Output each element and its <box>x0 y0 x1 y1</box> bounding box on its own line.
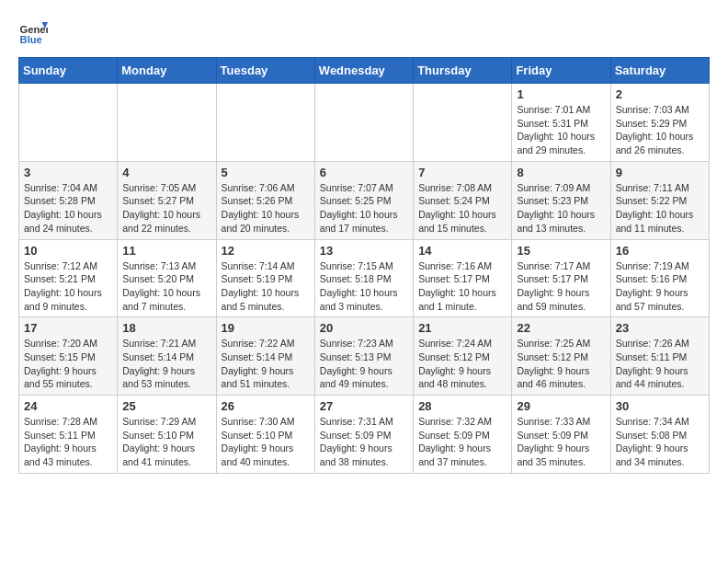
day-info: Sunrise: 7:08 AM Sunset: 5:24 PM Dayligh… <box>418 181 506 236</box>
calendar-body: 1Sunrise: 7:01 AM Sunset: 5:31 PM Daylig… <box>19 84 710 474</box>
week-row-1: 1Sunrise: 7:01 AM Sunset: 5:31 PM Daylig… <box>19 84 710 162</box>
day-number: 28 <box>418 399 506 413</box>
day-cell: 19Sunrise: 7:22 AM Sunset: 5:14 PM Dayli… <box>216 317 314 396</box>
day-cell: 6Sunrise: 7:07 AM Sunset: 5:25 PM Daylig… <box>314 161 413 239</box>
day-cell: 9Sunrise: 7:11 AM Sunset: 5:22 PM Daylig… <box>610 161 709 239</box>
day-number: 27 <box>320 399 408 413</box>
day-cell: 7Sunrise: 7:08 AM Sunset: 5:24 PM Daylig… <box>414 161 512 239</box>
header-day-tuesday: Tuesday <box>216 58 314 84</box>
day-info: Sunrise: 7:16 AM Sunset: 5:17 PM Dayligh… <box>418 259 506 314</box>
calendar-table: SundayMondayTuesdayWednesdayThursdayFrid… <box>18 57 710 474</box>
logo-icon: General Blue <box>18 18 48 48</box>
day-info: Sunrise: 7:01 AM Sunset: 5:31 PM Dayligh… <box>517 103 605 157</box>
day-cell: 13Sunrise: 7:15 AM Sunset: 5:18 PM Dayli… <box>314 239 413 317</box>
day-info: Sunrise: 7:22 AM Sunset: 5:14 PM Dayligh… <box>222 337 310 391</box>
day-info: Sunrise: 7:24 AM Sunset: 5:12 PM Dayligh… <box>418 337 506 391</box>
day-cell: 21Sunrise: 7:24 AM Sunset: 5:12 PM Dayli… <box>414 317 512 396</box>
day-number: 14 <box>418 244 506 258</box>
day-number: 20 <box>320 321 408 335</box>
day-info: Sunrise: 7:34 AM Sunset: 5:08 PM Dayligh… <box>616 415 704 469</box>
day-cell: 3Sunrise: 7:04 AM Sunset: 5:28 PM Daylig… <box>19 161 118 239</box>
day-cell: 15Sunrise: 7:17 AM Sunset: 5:17 PM Dayli… <box>512 239 610 317</box>
day-number: 18 <box>122 321 210 335</box>
day-number: 13 <box>320 244 408 258</box>
day-cell: 28Sunrise: 7:32 AM Sunset: 5:09 PM Dayli… <box>414 396 512 474</box>
day-info: Sunrise: 7:21 AM Sunset: 5:14 PM Dayligh… <box>122 337 210 391</box>
day-info: Sunrise: 7:04 AM Sunset: 5:28 PM Dayligh… <box>24 181 112 236</box>
day-info: Sunrise: 7:30 AM Sunset: 5:10 PM Dayligh… <box>222 415 310 469</box>
day-cell: 27Sunrise: 7:31 AM Sunset: 5:09 PM Dayli… <box>314 396 413 474</box>
header-row: SundayMondayTuesdayWednesdayThursdayFrid… <box>19 58 710 84</box>
day-cell: 23Sunrise: 7:26 AM Sunset: 5:11 PM Dayli… <box>610 317 709 396</box>
day-number: 3 <box>24 166 112 179</box>
day-info: Sunrise: 7:15 AM Sunset: 5:18 PM Dayligh… <box>320 259 408 314</box>
day-cell: 14Sunrise: 7:16 AM Sunset: 5:17 PM Dayli… <box>414 239 512 317</box>
day-cell: 26Sunrise: 7:30 AM Sunset: 5:10 PM Dayli… <box>216 396 314 474</box>
day-info: Sunrise: 7:06 AM Sunset: 5:26 PM Dayligh… <box>222 181 310 236</box>
day-number: 30 <box>616 399 704 413</box>
day-number: 5 <box>222 166 310 179</box>
svg-text:Blue: Blue <box>20 34 42 45</box>
header-day-friday: Friday <box>512 58 610 84</box>
day-info: Sunrise: 7:26 AM Sunset: 5:11 PM Dayligh… <box>616 337 704 391</box>
day-cell: 29Sunrise: 7:33 AM Sunset: 5:09 PM Dayli… <box>512 396 610 474</box>
day-info: Sunrise: 7:25 AM Sunset: 5:12 PM Dayligh… <box>517 337 605 391</box>
day-number: 11 <box>122 244 210 258</box>
day-number: 15 <box>517 244 605 258</box>
day-cell: 10Sunrise: 7:12 AM Sunset: 5:21 PM Dayli… <box>19 239 118 317</box>
day-cell <box>216 84 314 162</box>
day-info: Sunrise: 7:09 AM Sunset: 5:23 PM Dayligh… <box>517 181 605 236</box>
day-cell <box>314 84 413 162</box>
day-number: 24 <box>24 399 112 413</box>
day-cell: 30Sunrise: 7:34 AM Sunset: 5:08 PM Dayli… <box>610 396 709 474</box>
header-day-monday: Monday <box>118 58 216 84</box>
day-number: 22 <box>517 321 605 335</box>
header-day-wednesday: Wednesday <box>314 58 413 84</box>
day-number: 23 <box>616 321 704 335</box>
day-cell: 5Sunrise: 7:06 AM Sunset: 5:26 PM Daylig… <box>216 161 314 239</box>
day-cell: 18Sunrise: 7:21 AM Sunset: 5:14 PM Dayli… <box>118 317 216 396</box>
day-cell <box>118 84 216 162</box>
day-info: Sunrise: 7:19 AM Sunset: 5:16 PM Dayligh… <box>616 259 704 314</box>
day-info: Sunrise: 7:12 AM Sunset: 5:21 PM Dayligh… <box>24 259 112 314</box>
day-number: 16 <box>616 244 704 258</box>
day-number: 26 <box>222 399 310 413</box>
day-cell <box>19 84 118 162</box>
day-cell: 4Sunrise: 7:05 AM Sunset: 5:27 PM Daylig… <box>118 161 216 239</box>
day-info: Sunrise: 7:07 AM Sunset: 5:25 PM Dayligh… <box>320 181 408 236</box>
day-number: 17 <box>24 321 112 335</box>
day-cell: 8Sunrise: 7:09 AM Sunset: 5:23 PM Daylig… <box>512 161 610 239</box>
day-cell: 17Sunrise: 7:20 AM Sunset: 5:15 PM Dayli… <box>19 317 118 396</box>
header-day-sunday: Sunday <box>19 58 118 84</box>
day-cell: 20Sunrise: 7:23 AM Sunset: 5:13 PM Dayli… <box>314 317 413 396</box>
day-info: Sunrise: 7:29 AM Sunset: 5:10 PM Dayligh… <box>122 415 210 469</box>
week-row-2: 3Sunrise: 7:04 AM Sunset: 5:28 PM Daylig… <box>19 161 710 239</box>
day-number: 6 <box>320 166 408 179</box>
day-info: Sunrise: 7:20 AM Sunset: 5:15 PM Dayligh… <box>24 337 112 391</box>
day-number: 29 <box>517 399 605 413</box>
week-row-5: 24Sunrise: 7:28 AM Sunset: 5:11 PM Dayli… <box>19 396 710 474</box>
day-cell: 16Sunrise: 7:19 AM Sunset: 5:16 PM Dayli… <box>610 239 709 317</box>
day-info: Sunrise: 7:11 AM Sunset: 5:22 PM Dayligh… <box>616 181 704 236</box>
day-number: 4 <box>122 166 210 179</box>
day-number: 21 <box>418 321 506 335</box>
day-cell <box>414 84 512 162</box>
day-info: Sunrise: 7:03 AM Sunset: 5:29 PM Dayligh… <box>616 103 704 157</box>
day-number: 9 <box>616 166 704 179</box>
day-info: Sunrise: 7:32 AM Sunset: 5:09 PM Dayligh… <box>418 415 506 469</box>
day-number: 8 <box>517 166 605 179</box>
day-info: Sunrise: 7:14 AM Sunset: 5:19 PM Dayligh… <box>222 259 310 314</box>
day-number: 25 <box>122 399 210 413</box>
day-cell: 25Sunrise: 7:29 AM Sunset: 5:10 PM Dayli… <box>118 396 216 474</box>
day-number: 7 <box>418 166 506 179</box>
day-info: Sunrise: 7:28 AM Sunset: 5:11 PM Dayligh… <box>24 415 112 469</box>
day-cell: 1Sunrise: 7:01 AM Sunset: 5:31 PM Daylig… <box>512 84 610 162</box>
day-info: Sunrise: 7:31 AM Sunset: 5:09 PM Dayligh… <box>320 415 408 469</box>
day-cell: 24Sunrise: 7:28 AM Sunset: 5:11 PM Dayli… <box>19 396 118 474</box>
header-day-saturday: Saturday <box>610 58 709 84</box>
week-row-4: 17Sunrise: 7:20 AM Sunset: 5:15 PM Dayli… <box>19 317 710 396</box>
day-info: Sunrise: 7:23 AM Sunset: 5:13 PM Dayligh… <box>320 337 408 391</box>
logo: General Blue <box>18 18 51 48</box>
day-cell: 11Sunrise: 7:13 AM Sunset: 5:20 PM Dayli… <box>118 239 216 317</box>
week-row-3: 10Sunrise: 7:12 AM Sunset: 5:21 PM Dayli… <box>19 239 710 317</box>
